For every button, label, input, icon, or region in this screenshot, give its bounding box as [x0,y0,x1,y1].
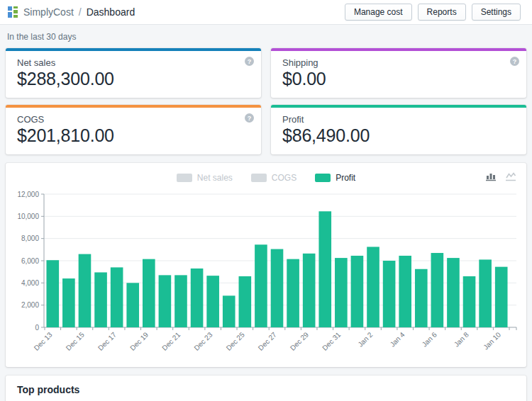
profit-bar[interactable] [94,272,107,327]
header-actions: Manage cost Reports Settings [345,4,521,21]
x-axis-tick-label: Dec 17 [96,330,118,351]
x-axis-tick-label: Jan 2 [356,330,374,348]
profit-bar[interactable] [495,267,508,327]
profit-bar[interactable] [255,244,267,327]
top-bar: SimplyCost / Dashboard Manage cost Repor… [0,0,532,25]
profit-bar[interactable] [174,275,187,327]
y-axis-tick-label: 0 [35,324,39,332]
profit-bar[interactable] [206,276,219,327]
stat-value: $0.00 [282,69,515,89]
chart-area: 02,0004,0006,0008,00010,00012,000Dec 13D… [11,187,521,363]
profit-bar[interactable] [126,283,139,327]
stat-card-shipping: ? Shipping $0.00 [271,48,526,98]
x-axis-tick-label: Dec 25 [225,330,246,351]
breadcrumb: SimplyCost / Dashboard [7,6,135,18]
top-products-title: Top products [17,384,515,395]
stat-value: $86,490.00 [282,125,515,146]
x-axis-tick-label: Dec 23 [192,330,214,351]
x-axis-tick-label: Dec 21 [160,330,182,351]
x-axis-tick-label: Jan 4 [389,330,406,348]
settings-button[interactable]: Settings [472,4,521,21]
profit-bar[interactable] [335,258,348,327]
breadcrumb-separator: / [79,6,82,18]
x-axis-tick-label: Dec 29 [289,330,310,351]
profit-bar[interactable] [79,254,92,327]
legend-item-net-sales[interactable]: Net sales [177,173,233,183]
profit-bar[interactable] [143,259,155,327]
profit-bar[interactable] [463,276,476,327]
profit-bar[interactable] [318,211,331,327]
legend-item-profit[interactable]: Profit [315,173,355,183]
profit-bar[interactable] [223,295,235,327]
page-title: Dashboard [87,6,135,18]
line-chart-icon[interactable] [506,171,516,181]
stat-label: Shipping [282,57,515,68]
x-axis-tick-label: Jan 10 [482,330,502,351]
stat-label: Profit [282,114,515,125]
stat-card-net-sales: ? Net sales $288,300.00 [6,48,261,98]
bar-chart-icon[interactable] [486,171,497,181]
y-axis-tick-label: 2,000 [21,301,39,309]
x-axis-tick-label: Jan 6 [421,330,438,348]
profit-bar[interactable] [239,276,252,327]
stat-card-cogs: ? COGS $201,810.00 [6,105,261,154]
simplycost-logo-icon [7,6,18,18]
profit-bar[interactable] [191,269,204,327]
chart-legend: Net sales COGS Profit [11,171,521,184]
profit-bar[interactable] [479,259,492,327]
profit-bar[interactable] [46,260,59,327]
y-axis-tick-label: 8,000 [21,235,39,242]
profit-bar[interactable] [351,256,364,327]
help-icon[interactable]: ? [245,57,254,66]
help-icon[interactable]: ? [510,57,519,66]
profit-bar[interactable] [447,258,460,327]
x-axis-tick-label: Dec 13 [33,330,54,351]
stat-value: $288,300.00 [17,69,250,89]
profit-bar[interactable] [271,249,284,327]
x-axis-tick-label: Dec 15 [65,330,86,351]
profit-bar[interactable] [62,278,75,327]
legend-label: Profit [336,173,355,183]
legend-swatch-net-sales [177,174,192,182]
stat-value: $201,810.00 [17,125,250,146]
manage-cost-button[interactable]: Manage cost [345,4,412,21]
y-axis-tick-label: 10,000 [17,213,39,220]
profit-bar[interactable] [431,253,444,327]
profit-bar-chart: 02,0004,0006,0008,00010,00012,000Dec 13D… [11,187,521,360]
stat-card-profit: ? Profit $86,490.00 [271,105,526,154]
profit-bar[interactable] [367,247,379,327]
profit-chart-card: Net sales COGS Profit [6,163,526,367]
profit-bar[interactable] [303,254,316,327]
profit-bar[interactable] [159,275,172,327]
top-products-card: Top products Product Variant Net quantit… [6,375,526,401]
x-axis-tick-label: Dec 31 [321,330,342,351]
legend-swatch-profit [315,174,331,182]
x-axis-tick-label: Dec 19 [128,330,150,351]
dashboard-content: In the last 30 days ? Net sales $288,300… [0,32,532,401]
x-axis-tick-label: Jan 8 [453,330,470,348]
stat-label: COGS [17,114,250,125]
profit-bar[interactable] [111,267,123,327]
y-axis-tick-label: 12,000 [17,191,39,198]
chart-type-toolbar [486,171,516,181]
legend-item-cogs[interactable]: COGS [251,173,297,183]
profit-bar[interactable] [399,256,411,327]
profit-bar[interactable] [415,269,428,327]
breadcrumb-app-name[interactable]: SimplyCost [23,6,74,18]
x-axis-tick-label: Dec 27 [257,330,278,351]
profit-bar[interactable] [383,261,396,327]
y-axis-tick-label: 6,000 [21,257,39,265]
stat-label: Net sales [17,57,250,68]
y-axis-tick-label: 4,000 [21,279,39,287]
period-label: In the last 30 days [7,32,525,42]
stat-cards: ? Net sales $288,300.00 ? Shipping $0.00… [6,48,526,154]
legend-label: Net sales [197,173,233,183]
profit-bar[interactable] [287,259,299,327]
legend-swatch-cogs [251,174,267,182]
help-icon[interactable]: ? [245,113,254,123]
reports-button[interactable]: Reports [418,4,466,21]
legend-label: COGS [272,173,297,183]
